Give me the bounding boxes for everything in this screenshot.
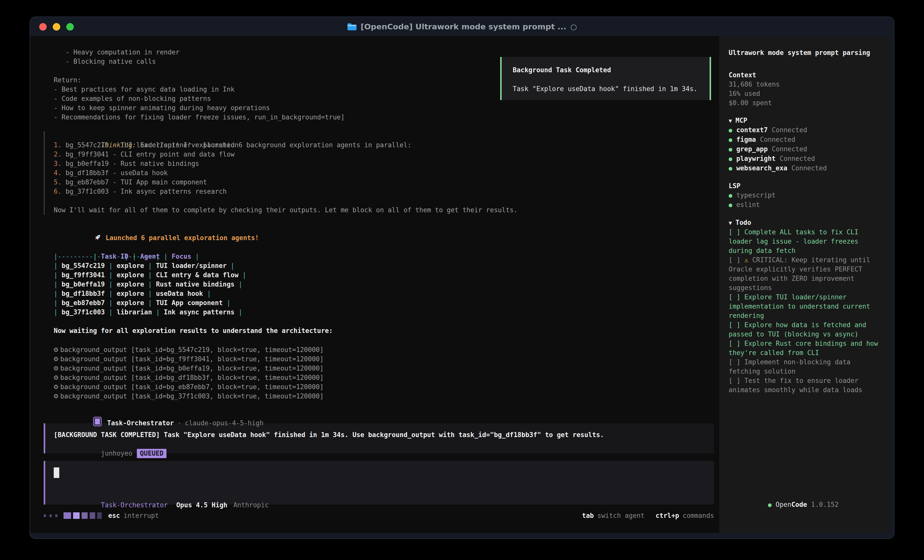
thinking-item: 6. bg_37f1c003 - Ink async patterns rese…: [54, 187, 714, 196]
todo-item: [ ] ⚠ CRITICAL: Keep iterating until Ora…: [729, 255, 880, 292]
todo-checkbox[interactable]: [ ]: [729, 358, 741, 366]
completed-message-meta: junhoyeoQUEUED: [54, 440, 706, 449]
transcript-line: - How to keep spinner animating during h…: [44, 103, 714, 113]
status-dot-icon: ●: [729, 155, 732, 162]
gear-icon: ⚙: [54, 345, 58, 354]
app-version: ●OpenCode1.0.152: [729, 491, 880, 519]
thinking-block: Thinking: Excellent! I've launched 6 bac…: [44, 131, 714, 215]
tool-call-line: ⚙background_output [task_id=bg_5547c219,…: [44, 345, 714, 354]
context-heading: Context: [729, 70, 880, 80]
input-agent-name[interactable]: Task-Orchestrator: [101, 501, 168, 509]
prompt-input[interactable]: Task-OrchestratorOpus 4.5 HighAnthropic: [44, 461, 714, 505]
todo-item: [ ] Explore TUI loader/spinner implement…: [729, 292, 880, 320]
status-dot-icon: ●: [768, 501, 772, 508]
window-title-text: [OpenCode] Ultrawork mode system prompt …: [360, 22, 566, 31]
tool-call-line: ⚙background_output [task_id=bg_b0effa19,…: [44, 363, 714, 373]
tool-call-line: ⚙background_output [task_id=bg_eb87ebb7,…: [44, 382, 714, 391]
table-row: |bg_f9ff3041|explore|CLI entry & data fl…: [44, 271, 714, 280]
todo-checkbox[interactable]: [ ]: [729, 256, 741, 264]
table-row: |bg_37f1c003|librarian|Ink async pattern…: [44, 308, 714, 317]
status-dot-icon: ●: [729, 146, 732, 153]
thinking-item: 5. bg_eb87ebb7 - TUI App main component: [54, 178, 714, 187]
desktop: [OpenCode] Ultrawork mode system prompt …: [0, 0, 924, 560]
todo-checkbox[interactable]: [ ]: [729, 340, 741, 347]
username: junhoyeo: [101, 449, 132, 457]
agent-attribution-line: Task-Orchestrator·claude-opus-4-5-high: [44, 407, 714, 417]
context-used: 16% used: [729, 89, 880, 98]
launched-heading: Launched 6 parallel exploration agents!: [44, 224, 714, 233]
ctrlp-key-hint: ctrl+p: [656, 512, 679, 520]
status-dot-icon: ●: [729, 165, 732, 172]
esc-key-hint: esc: [108, 512, 120, 520]
gear-icon: ⚙: [54, 382, 58, 391]
queued-badge: QUEUED: [137, 449, 166, 458]
gear-icon: ⚙: [54, 354, 58, 363]
table-row: |bg_5547c219|explore|TUI loader/spinner|: [44, 261, 714, 271]
input-provider-name: Anthropic: [233, 501, 268, 509]
notification-body: Task "Explore useData hook" finished in …: [513, 84, 710, 94]
mcp-item: ●grep_appConnected: [729, 145, 880, 154]
agent-icon: [93, 417, 102, 426]
notification-title: Background Task Completed: [513, 66, 710, 75]
mcp-item: ●playwrightConnected: [729, 154, 880, 163]
todo-item: [ ] Complete ALL tasks to fix CLI loader…: [729, 228, 880, 255]
context-spent: $0.00 spent: [729, 98, 880, 108]
thinking-intro-line: Thinking: Excellent! I've launched 6 bac…: [54, 131, 714, 141]
folder-icon: [347, 22, 357, 31]
context-tokens: 31,686 tokens: [729, 80, 880, 89]
mcp-section-header[interactable]: ▼MCP: [729, 116, 880, 126]
chevron-down-icon[interactable]: ▼: [729, 118, 732, 124]
tab-key-hint: tab: [582, 512, 594, 520]
warning-icon: ⚠: [741, 256, 748, 264]
tool-call-line: ⚙background_output [task_id=bg_f9ff3041,…: [44, 354, 714, 363]
notification-toast[interactable]: Background Task Completed Task "Explore …: [500, 57, 711, 100]
thinking-item: 3. bg_b0effa19 - Rust native bindings: [54, 159, 714, 168]
lsp-section-header: LSP: [729, 181, 880, 191]
todo-item: [ ] Explore how data is fetched and pass…: [729, 320, 880, 339]
text-cursor: [54, 467, 59, 478]
todo-checkbox[interactable]: [ ]: [729, 293, 741, 301]
lsp-item: ●typescript: [729, 191, 880, 200]
input-meta-row: Task-OrchestratorOpus 4.5 HighAnthropic: [54, 491, 706, 500]
thinking-item: 2. bg_f9ff3041 - CLI entry point and dat…: [54, 150, 714, 159]
agent-model: claude-opus-4-5-high: [185, 419, 263, 427]
table-separator-row: |---------|-------|-------|: [44, 252, 714, 261]
todo-checkbox[interactable]: [ ]: [729, 228, 741, 236]
tool-call-line: ⚙background_output [task_id=bg_df18bb3f,…: [44, 373, 714, 382]
input-model-name[interactable]: Opus 4.5 High: [176, 501, 228, 509]
status-bar: escinterrupt tabswitch agent ctrl+pcomma…: [44, 511, 714, 521]
chevron-down-icon[interactable]: ▼: [729, 220, 732, 226]
status-dot-icon: ●: [729, 127, 732, 134]
session-circle-icon: ○: [570, 22, 577, 31]
thinking-wait-line: Now I'll wait for all of them to complet…: [54, 205, 714, 215]
mcp-item: ●context7Connected: [729, 126, 880, 135]
gear-icon: ⚙: [54, 391, 58, 400]
todo-item: [ ] Explore Rust core bindings and how t…: [729, 339, 880, 358]
todo-item: [ ] Implement non-blocking data fetching…: [729, 358, 880, 376]
session-title: Ultrawork mode system prompt parsing: [729, 48, 880, 57]
rocket-icon: [93, 233, 102, 242]
completed-message-text: [BACKGROUND TASK COMPLETED] Task "Explor…: [54, 430, 706, 440]
tool-call-line: ⚙background_output [task_id=bg_37f1c003,…: [44, 391, 714, 400]
todo-checkbox[interactable]: [ ]: [729, 321, 741, 329]
chat-transcript[interactable]: - Heavy computation in render - Blocking…: [30, 36, 719, 533]
todo-checkbox[interactable]: [ ]: [729, 377, 741, 384]
table-row: |bg_eb87ebb7|explore|TUI App component|: [44, 298, 714, 308]
todo-section-header[interactable]: ▼Todo: [729, 218, 880, 228]
mcp-item: ●figmaConnected: [729, 135, 880, 145]
mcp-item: ●websearch_exaConnected: [729, 163, 880, 173]
background-task-completed-message: [BACKGROUND TASK COMPLETED] Task "Explor…: [44, 423, 714, 454]
gear-icon: ⚙: [54, 373, 58, 382]
window-title: [OpenCode] Ultrawork mode system prompt …: [30, 17, 894, 36]
thinking-item: 4. bg_df18bb3f - useData hook: [54, 168, 714, 178]
todo-item: [ ] Test the fix to ensure loader animat…: [729, 376, 880, 395]
transcript-line: - Recommendations for fixing loader free…: [44, 113, 714, 122]
waiting-heading: Now waiting for all exploration results …: [44, 326, 714, 335]
progress-spinner: [44, 512, 102, 519]
titlebar[interactable]: [OpenCode] Ultrawork mode system prompt …: [30, 17, 894, 36]
transcript-line: - Heavy computation in render: [44, 48, 714, 57]
table-row: |bg_df18bb3f|explore|useData hook|: [44, 289, 714, 298]
table-header-row: |Task ID|Agent|Focus|: [44, 243, 714, 252]
gear-icon: ⚙: [54, 364, 58, 372]
terminal-window: [OpenCode] Ultrawork mode system prompt …: [30, 16, 894, 539]
